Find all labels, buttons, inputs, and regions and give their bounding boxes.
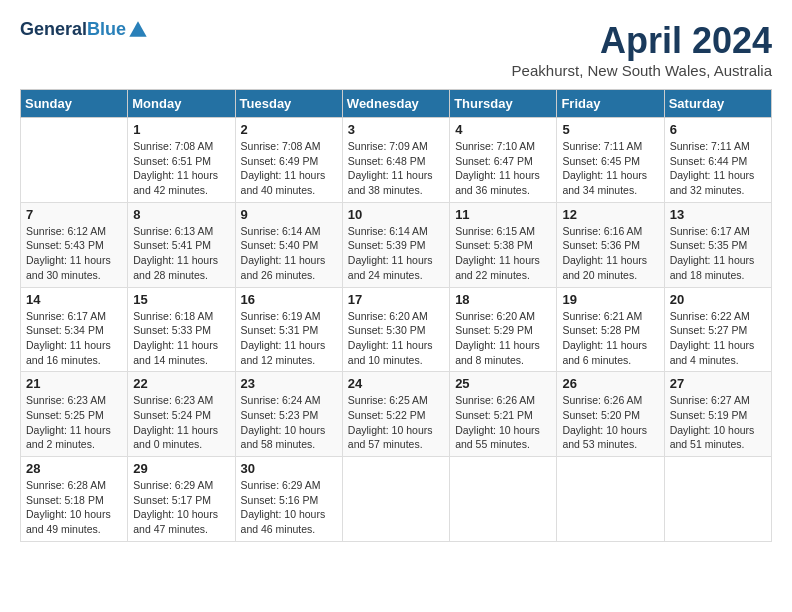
day-number: 7 <box>26 207 122 222</box>
calendar-cell <box>21 118 128 203</box>
day-number: 25 <box>455 376 551 391</box>
page-header: GeneralBlue April 2024 Peakhurst, New So… <box>20 20 772 79</box>
calendar-cell: 18Sunrise: 6:20 AMSunset: 5:29 PMDayligh… <box>450 287 557 372</box>
calendar-week-4: 21Sunrise: 6:23 AMSunset: 5:25 PMDayligh… <box>21 372 772 457</box>
day-info: Sunrise: 6:17 AMSunset: 5:35 PMDaylight:… <box>670 224 766 283</box>
calendar-cell: 30Sunrise: 6:29 AMSunset: 5:16 PMDayligh… <box>235 457 342 542</box>
logo: GeneralBlue <box>20 20 148 40</box>
calendar-cell: 10Sunrise: 6:14 AMSunset: 5:39 PMDayligh… <box>342 202 449 287</box>
calendar-cell: 26Sunrise: 6:26 AMSunset: 5:20 PMDayligh… <box>557 372 664 457</box>
day-number: 1 <box>133 122 229 137</box>
day-number: 16 <box>241 292 337 307</box>
logo-text: GeneralBlue <box>20 20 126 40</box>
day-number: 3 <box>348 122 444 137</box>
calendar-cell <box>557 457 664 542</box>
calendar-cell: 15Sunrise: 6:18 AMSunset: 5:33 PMDayligh… <box>128 287 235 372</box>
calendar-cell: 22Sunrise: 6:23 AMSunset: 5:24 PMDayligh… <box>128 372 235 457</box>
day-info: Sunrise: 6:27 AMSunset: 5:19 PMDaylight:… <box>670 393 766 452</box>
day-info: Sunrise: 7:08 AMSunset: 6:51 PMDaylight:… <box>133 139 229 198</box>
day-number: 29 <box>133 461 229 476</box>
logo-icon <box>128 20 148 40</box>
day-info: Sunrise: 6:12 AMSunset: 5:43 PMDaylight:… <box>26 224 122 283</box>
weekday-header-friday: Friday <box>557 90 664 118</box>
calendar-cell: 24Sunrise: 6:25 AMSunset: 5:22 PMDayligh… <box>342 372 449 457</box>
day-info: Sunrise: 7:08 AMSunset: 6:49 PMDaylight:… <box>241 139 337 198</box>
day-number: 12 <box>562 207 658 222</box>
day-info: Sunrise: 7:11 AMSunset: 6:44 PMDaylight:… <box>670 139 766 198</box>
day-number: 11 <box>455 207 551 222</box>
calendar-cell: 20Sunrise: 6:22 AMSunset: 5:27 PMDayligh… <box>664 287 771 372</box>
calendar-week-3: 14Sunrise: 6:17 AMSunset: 5:34 PMDayligh… <box>21 287 772 372</box>
day-number: 6 <box>670 122 766 137</box>
day-number: 9 <box>241 207 337 222</box>
day-number: 18 <box>455 292 551 307</box>
day-info: Sunrise: 6:26 AMSunset: 5:20 PMDaylight:… <box>562 393 658 452</box>
calendar-cell: 27Sunrise: 6:27 AMSunset: 5:19 PMDayligh… <box>664 372 771 457</box>
day-number: 17 <box>348 292 444 307</box>
calendar-cell <box>450 457 557 542</box>
weekday-header-wednesday: Wednesday <box>342 90 449 118</box>
weekday-header-saturday: Saturday <box>664 90 771 118</box>
calendar-cell: 19Sunrise: 6:21 AMSunset: 5:28 PMDayligh… <box>557 287 664 372</box>
calendar-cell: 28Sunrise: 6:28 AMSunset: 5:18 PMDayligh… <box>21 457 128 542</box>
day-info: Sunrise: 6:24 AMSunset: 5:23 PMDaylight:… <box>241 393 337 452</box>
weekday-header-monday: Monday <box>128 90 235 118</box>
calendar-table: SundayMondayTuesdayWednesdayThursdayFrid… <box>20 89 772 542</box>
day-number: 27 <box>670 376 766 391</box>
day-info: Sunrise: 6:25 AMSunset: 5:22 PMDaylight:… <box>348 393 444 452</box>
calendar-cell: 17Sunrise: 6:20 AMSunset: 5:30 PMDayligh… <box>342 287 449 372</box>
day-number: 23 <box>241 376 337 391</box>
day-info: Sunrise: 6:29 AMSunset: 5:17 PMDaylight:… <box>133 478 229 537</box>
day-info: Sunrise: 6:17 AMSunset: 5:34 PMDaylight:… <box>26 309 122 368</box>
calendar-cell: 14Sunrise: 6:17 AMSunset: 5:34 PMDayligh… <box>21 287 128 372</box>
day-number: 4 <box>455 122 551 137</box>
calendar-cell: 4Sunrise: 7:10 AMSunset: 6:47 PMDaylight… <box>450 118 557 203</box>
calendar-week-1: 1Sunrise: 7:08 AMSunset: 6:51 PMDaylight… <box>21 118 772 203</box>
calendar-cell: 8Sunrise: 6:13 AMSunset: 5:41 PMDaylight… <box>128 202 235 287</box>
calendar-cell: 1Sunrise: 7:08 AMSunset: 6:51 PMDaylight… <box>128 118 235 203</box>
day-info: Sunrise: 6:14 AMSunset: 5:39 PMDaylight:… <box>348 224 444 283</box>
calendar-cell: 3Sunrise: 7:09 AMSunset: 6:48 PMDaylight… <box>342 118 449 203</box>
calendar-cell: 7Sunrise: 6:12 AMSunset: 5:43 PMDaylight… <box>21 202 128 287</box>
day-number: 15 <box>133 292 229 307</box>
day-info: Sunrise: 6:29 AMSunset: 5:16 PMDaylight:… <box>241 478 337 537</box>
day-info: Sunrise: 6:16 AMSunset: 5:36 PMDaylight:… <box>562 224 658 283</box>
location: Peakhurst, New South Wales, Australia <box>512 62 772 79</box>
day-info: Sunrise: 6:21 AMSunset: 5:28 PMDaylight:… <box>562 309 658 368</box>
day-number: 19 <box>562 292 658 307</box>
calendar-cell <box>664 457 771 542</box>
day-number: 21 <box>26 376 122 391</box>
day-info: Sunrise: 6:19 AMSunset: 5:31 PMDaylight:… <box>241 309 337 368</box>
day-info: Sunrise: 6:13 AMSunset: 5:41 PMDaylight:… <box>133 224 229 283</box>
day-number: 14 <box>26 292 122 307</box>
calendar-cell: 5Sunrise: 7:11 AMSunset: 6:45 PMDaylight… <box>557 118 664 203</box>
day-info: Sunrise: 6:23 AMSunset: 5:24 PMDaylight:… <box>133 393 229 452</box>
svg-marker-0 <box>129 21 146 36</box>
day-info: Sunrise: 7:10 AMSunset: 6:47 PMDaylight:… <box>455 139 551 198</box>
calendar-cell: 16Sunrise: 6:19 AMSunset: 5:31 PMDayligh… <box>235 287 342 372</box>
calendar-cell: 6Sunrise: 7:11 AMSunset: 6:44 PMDaylight… <box>664 118 771 203</box>
weekday-header-thursday: Thursday <box>450 90 557 118</box>
calendar-cell: 23Sunrise: 6:24 AMSunset: 5:23 PMDayligh… <box>235 372 342 457</box>
day-number: 26 <box>562 376 658 391</box>
calendar-cell <box>342 457 449 542</box>
day-number: 10 <box>348 207 444 222</box>
day-info: Sunrise: 6:18 AMSunset: 5:33 PMDaylight:… <box>133 309 229 368</box>
calendar-cell: 12Sunrise: 6:16 AMSunset: 5:36 PMDayligh… <box>557 202 664 287</box>
day-info: Sunrise: 6:20 AMSunset: 5:29 PMDaylight:… <box>455 309 551 368</box>
calendar-week-5: 28Sunrise: 6:28 AMSunset: 5:18 PMDayligh… <box>21 457 772 542</box>
calendar-cell: 21Sunrise: 6:23 AMSunset: 5:25 PMDayligh… <box>21 372 128 457</box>
calendar-cell: 13Sunrise: 6:17 AMSunset: 5:35 PMDayligh… <box>664 202 771 287</box>
day-number: 30 <box>241 461 337 476</box>
day-number: 5 <box>562 122 658 137</box>
day-number: 13 <box>670 207 766 222</box>
day-number: 22 <box>133 376 229 391</box>
day-number: 8 <box>133 207 229 222</box>
calendar-week-2: 7Sunrise: 6:12 AMSunset: 5:43 PMDaylight… <box>21 202 772 287</box>
calendar-cell: 9Sunrise: 6:14 AMSunset: 5:40 PMDaylight… <box>235 202 342 287</box>
day-info: Sunrise: 6:20 AMSunset: 5:30 PMDaylight:… <box>348 309 444 368</box>
day-info: Sunrise: 6:26 AMSunset: 5:21 PMDaylight:… <box>455 393 551 452</box>
calendar-cell: 25Sunrise: 6:26 AMSunset: 5:21 PMDayligh… <box>450 372 557 457</box>
day-info: Sunrise: 6:15 AMSunset: 5:38 PMDaylight:… <box>455 224 551 283</box>
day-number: 20 <box>670 292 766 307</box>
